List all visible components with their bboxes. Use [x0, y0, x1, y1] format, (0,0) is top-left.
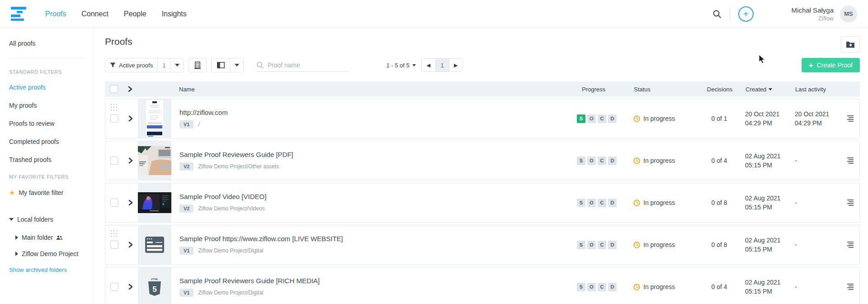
header-progress[interactable]: Progress: [577, 86, 634, 93]
avatar[interactable]: MS: [840, 5, 857, 23]
proof-path[interactable]: Ziflow Demo Project/Digital: [198, 247, 263, 254]
row-activity-menu-button[interactable]: [841, 284, 859, 290]
progress-badge-decided[interactable]: D: [608, 241, 617, 249]
row-checkbox[interactable]: [110, 199, 118, 207]
header-created[interactable]: Created: [740, 86, 790, 93]
progress-badge-decided[interactable]: D: [608, 114, 617, 123]
row-activity-menu-button[interactable]: [841, 157, 859, 164]
sidebar-folder-main[interactable]: Main folder: [15, 234, 94, 241]
sidebar-folder-ziflow-demo-project[interactable]: Ziflow Demo Project: [15, 250, 94, 257]
nav-proofs[interactable]: Proofs: [45, 10, 66, 18]
expand-all-chevron[interactable]: [123, 86, 137, 92]
progress-badge-commented[interactable]: C: [598, 241, 606, 249]
nav-people[interactable]: People: [124, 10, 146, 18]
expand-chevron[interactable]: [123, 284, 138, 290]
proof-name-link[interactable]: http://ziflow.com: [179, 109, 577, 116]
proof-name-link[interactable]: Sample Proof Reviewers Guide [RICH MEDIA…: [179, 277, 577, 285]
proof-path[interactable]: Ziflow Demo Project/Other assets: [198, 163, 279, 170]
table-row[interactable]: Sample Proof https://www.ziflow.com [LIV…: [105, 225, 860, 265]
progress-badge-opened[interactable]: O: [587, 199, 596, 207]
proof-thumbnail-browser[interactable]: [138, 225, 171, 264]
proof-thumbnail-photo[interactable]: [138, 141, 171, 180]
proof-path[interactable]: Ziflow Demo Project/Digital: [198, 290, 263, 296]
proof-search-input[interactable]: [267, 62, 342, 69]
drag-handle-icon[interactable]: [110, 104, 118, 114]
sidebar-item-favorite-filter[interactable]: ★ My favorite filter: [9, 189, 94, 197]
progress-badge-opened[interactable]: O: [587, 283, 596, 291]
proof-name-link[interactable]: Sample Proof Video [VIDEO]: [179, 193, 577, 200]
user-info[interactable]: Michał Sałyga Ziflow: [792, 6, 834, 22]
table-row[interactable]: Sample Proof Video [VIDEO] V2 Ziflow Dem…: [105, 183, 860, 223]
progress-badge-opened[interactable]: O: [587, 241, 596, 249]
progress-badge-submitted[interactable]: S: [577, 199, 585, 207]
progress-badge-commented[interactable]: C: [598, 157, 606, 165]
expand-chevron[interactable]: [123, 200, 138, 206]
proof-path[interactable]: Ziflow Demo Project/Videos: [198, 205, 264, 212]
progress-badge-commented[interactable]: C: [598, 199, 606, 207]
quick-add-button[interactable]: +: [738, 6, 754, 22]
expand-chevron[interactable]: [123, 115, 138, 122]
new-folder-button[interactable]: [841, 36, 860, 52]
header-last-activity[interactable]: Last activity: [790, 86, 842, 93]
columns-dropdown-button[interactable]: [230, 58, 243, 72]
table-row[interactable]: Sample Proof Reviewers Guide [PDF] V2 Zi…: [105, 141, 860, 180]
header-name[interactable]: Name: [177, 86, 577, 93]
pagination-range[interactable]: 1 - 5 of 5: [386, 62, 415, 69]
proof-path[interactable]: /: [198, 121, 199, 128]
progress-badge-submitted[interactable]: S: [577, 241, 585, 249]
expand-chevron[interactable]: [123, 242, 138, 248]
nav-connect[interactable]: Connect: [81, 10, 108, 18]
prev-page-button[interactable]: ◀: [422, 59, 435, 71]
version-badge[interactable]: V1: [179, 120, 193, 128]
progress-badge-submitted[interactable]: S: [577, 157, 585, 165]
ziflow-logo[interactable]: [11, 7, 27, 21]
next-page-button[interactable]: ▶: [449, 59, 462, 71]
table-row[interactable]: HTML5 Sample Proof Reviewers Guide [RICH…: [105, 267, 860, 304]
progress-badge-decided[interactable]: D: [608, 283, 617, 291]
proof-thumbnail-website[interactable]: [138, 99, 171, 138]
row-activity-menu-button[interactable]: [841, 242, 859, 248]
table-row[interactable]: http://ziflow.com V1 / S O C D In: [105, 99, 860, 138]
filter-button[interactable]: Active proofs: [105, 58, 157, 72]
version-badge[interactable]: V1: [179, 247, 193, 255]
progress-badge-submitted[interactable]: S: [577, 283, 585, 291]
version-badge[interactable]: V1: [179, 289, 193, 297]
filter-dropdown-button[interactable]: [170, 58, 184, 72]
version-badge[interactable]: V2: [179, 162, 193, 171]
nav-insights[interactable]: Insights: [162, 10, 187, 18]
drag-handle-icon[interactable]: [110, 230, 118, 240]
filter-count-badge[interactable]: 1: [157, 58, 170, 72]
sidebar-item-active-proofs[interactable]: Active proofs: [9, 84, 94, 91]
grid-view-button[interactable]: [189, 58, 207, 72]
header-decisions[interactable]: Decisions: [699, 86, 740, 93]
proof-thumbnail-video[interactable]: [138, 183, 171, 222]
progress-badge-commented[interactable]: C: [598, 283, 606, 291]
proof-thumbnail-html5[interactable]: HTML5: [138, 267, 171, 304]
progress-badge-commented[interactable]: C: [598, 114, 606, 123]
sidebar-item-all-proofs[interactable]: All proofs: [9, 40, 94, 47]
proof-name-link[interactable]: Sample Proof Reviewers Guide [PDF]: [179, 151, 577, 158]
progress-badge-decided[interactable]: D: [608, 157, 617, 165]
create-proof-button[interactable]: + Create Proof: [802, 58, 860, 72]
search-icon[interactable]: [712, 10, 722, 19]
version-badge[interactable]: V2: [179, 204, 193, 213]
row-checkbox[interactable]: [110, 114, 118, 123]
current-page-button[interactable]: 1: [435, 59, 449, 71]
expand-chevron[interactable]: [123, 157, 138, 164]
header-status[interactable]: Status: [634, 86, 699, 93]
sidebar-item-my-proofs[interactable]: My proofs: [9, 102, 94, 109]
select-all-checkbox[interactable]: [110, 85, 118, 93]
row-activity-menu-button[interactable]: [841, 200, 859, 206]
sidebar-item-trashed-proofs[interactable]: Trashed proofs: [9, 156, 94, 163]
row-activity-menu-button[interactable]: [841, 115, 859, 122]
row-checkbox[interactable]: [110, 157, 118, 165]
row-checkbox[interactable]: [110, 283, 118, 291]
row-checkbox[interactable]: [110, 241, 118, 249]
progress-badge-opened[interactable]: O: [587, 114, 596, 123]
progress-badge-decided[interactable]: D: [608, 199, 617, 207]
proof-name-link[interactable]: Sample Proof https://www.ziflow.com [LIV…: [179, 235, 577, 242]
progress-badge-opened[interactable]: O: [587, 157, 596, 165]
show-archived-folders-link[interactable]: Show archived folders: [9, 266, 94, 273]
columns-button[interactable]: [212, 58, 230, 72]
sidebar-item-proofs-to-review[interactable]: Proofs to review: [9, 120, 94, 127]
